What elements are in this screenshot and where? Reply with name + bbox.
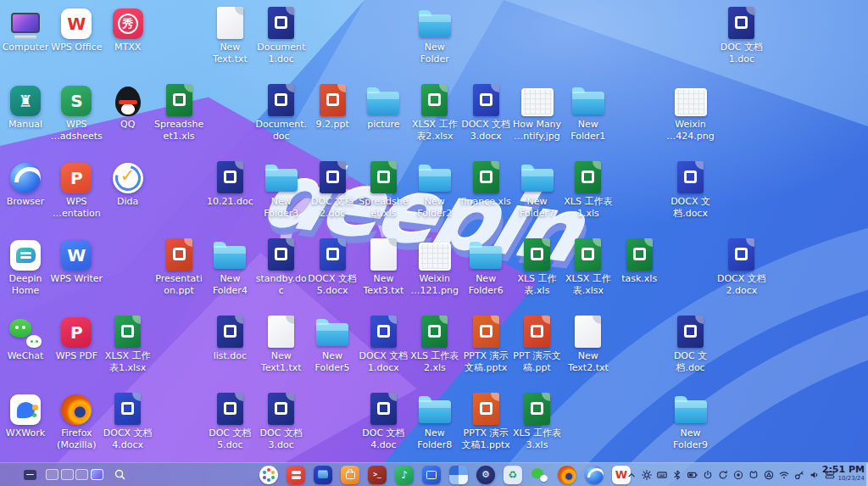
desktop-icon-new-folder4[interactable]: NewFolder4: [204, 237, 255, 297]
desktop-icon-weixin-121-png[interactable]: Weixin…121.png: [409, 237, 460, 297]
desktop-icon-new-folder7[interactable]: NewFolder7: [512, 159, 563, 220]
desktop-icon-doc-wendang-5-doc[interactable]: DOC 文档5.doc: [204, 391, 255, 451]
search-icon[interactable]: [114, 468, 126, 481]
desktop-icon-wps-spreadsheets[interactable]: S WPS…adsheets: [51, 82, 102, 142]
workspace-3[interactable]: [75, 469, 88, 480]
desktop-icon-wechat[interactable]: WeChat: [0, 314, 51, 362]
desktop-icon-10-21-doc[interactable]: 10.21.doc: [204, 159, 255, 208]
desktop-icon-wps-office[interactable]: W WPS Office: [51, 5, 102, 53]
volume-icon[interactable]: [809, 467, 821, 483]
workspace-4[interactable]: [91, 469, 103, 480]
dock-file-manager-icon[interactable]: [314, 466, 332, 484]
dock-terminal-icon[interactable]: >_: [368, 466, 387, 484]
desktop-icon-new-text1-txt[interactable]: NewText1.txt: [256, 314, 307, 374]
desktop-icon-standby-doc[interactable]: standby.doc: [256, 237, 307, 297]
desktop-icon-pptx-yanshiwengao-pptx[interactable]: PPTX 演示文稿.pptx: [460, 314, 511, 374]
desktop-icon-new-folder1[interactable]: NewFolder1: [563, 82, 614, 142]
update-icon[interactable]: [717, 467, 729, 483]
desktop-icon-new-folder2[interactable]: NewFolder2: [409, 159, 460, 220]
keyboard-icon[interactable]: [656, 467, 668, 483]
desktop-icon-new-text2-txt[interactable]: NewText2.txt: [563, 314, 614, 374]
dock-app-store-icon[interactable]: [341, 466, 359, 484]
desktop-icon-doc-wendang-doc[interactable]: DOC 文档.doc: [665, 314, 716, 374]
dock-calculator-icon[interactable]: [449, 466, 468, 484]
dock-control-center-icon[interactable]: ⚙: [476, 466, 495, 484]
desktop-icon-finance-xls[interactable]: finance.xls: [460, 159, 511, 208]
desktop-icon-weixin-424-png[interactable]: Weixin…424.png: [665, 82, 716, 142]
desktop-icon-wxwork[interactable]: WXWork: [0, 391, 51, 439]
dock-firefox-icon[interactable]: [558, 466, 576, 484]
desktop-icon-document-doc[interactable]: Document.doc: [256, 82, 307, 142]
expand-icon[interactable]: [626, 467, 637, 483]
desktop-icon-wps-presentation[interactable]: P WPS…entation: [51, 159, 102, 220]
desktop-icon-docx-wendang-1-docx[interactable]: DOCX 文档1.docx: [358, 314, 409, 374]
desktop-icon-docx-wendang-5-docx[interactable]: DOCX 文档5.docx: [307, 237, 358, 297]
desktop-icon-xlsx-gongzuobiao-1-xlsx[interactable]: XLSX 工作表1.xlsx: [103, 314, 153, 374]
desktop-icon-doc-wendang-2-doc[interactable]: DOC 文档2.doc: [307, 159, 358, 220]
desktop-icon-new-folder6[interactable]: NewFolder6: [460, 237, 511, 297]
firefox-icon: [61, 394, 92, 425]
desktop-icon-wps-pdf[interactable]: P WPS PDF: [51, 314, 102, 362]
dock-music-icon[interactable]: ♪: [395, 466, 414, 484]
desktop-icon-task-xls[interactable]: task.xls: [614, 237, 665, 285]
desktop-icon-qq[interactable]: QQ: [103, 82, 153, 131]
desktop-icon-new-folder8[interactable]: NewFolder8: [409, 391, 460, 451]
battery-icon[interactable]: [687, 467, 698, 483]
desktop-icon-how-many-jpg[interactable]: How Many…ntify.jpg: [512, 82, 563, 142]
desktop-icon-xls-gongzuobiao-1-xls[interactable]: XLS 工作表1.xls: [563, 159, 614, 220]
key-icon[interactable]: [793, 467, 805, 483]
desktop-icon-new-folder[interactable]: NewFolder: [409, 5, 460, 65]
desktop-icon-manual[interactable]: ♜ Manual: [0, 82, 51, 131]
screen-record-icon[interactable]: [732, 467, 744, 483]
desktop-icon-presentation-ppt[interactable]: Presentation.ppt: [153, 237, 204, 297]
clock[interactable]: 2:51 PM 10/23/24: [822, 465, 865, 482]
desktop-icon-document-1-doc[interactable]: Document1.doc: [256, 5, 307, 65]
dock-wechat-icon[interactable]: [531, 466, 549, 484]
desktop-icon-spreadsheet-xls[interactable]: Spreadsheet.xls: [358, 159, 409, 220]
desktop-icon-deepin-home[interactable]: DeepinHome: [0, 237, 51, 297]
workspace-2[interactable]: [61, 469, 74, 480]
power-icon[interactable]: [702, 467, 714, 483]
desktop-icon-docx-wendang-3-docx[interactable]: DOCX 文档3.docx: [460, 82, 511, 142]
workspace-1[interactable]: [46, 469, 58, 480]
desktop-icon-docx-wendang-docx[interactable]: DOCX 文档.docx: [665, 159, 716, 220]
dock-browser-icon[interactable]: [585, 466, 604, 484]
desktop-icon-dida[interactable]: Dida: [103, 159, 153, 208]
desktop-icon-new-folder3[interactable]: NewFolder3: [256, 159, 307, 220]
desktop-icon-picture[interactable]: picture: [358, 82, 409, 131]
dock-launcher-icon[interactable]: [259, 466, 278, 484]
desktop-icon-pptx-yanshiwengao-1-pptx[interactable]: PPTX 演示文稿1.pptx: [460, 391, 511, 451]
desktop-icon-doc-wendang-1-doc[interactable]: DOC 文档1.doc: [716, 5, 767, 65]
desktop-icon-doc-wendang-3-doc[interactable]: DOC 文档3.doc: [256, 391, 307, 451]
desktop-icon-list-doc[interactable]: list.doc: [204, 314, 255, 362]
desktop-icon-xlsx-gongzuobiao-2-xlsx[interactable]: XLSX 工作表2.xlsx: [409, 82, 460, 142]
desktop-icon-new-folder5[interactable]: NewFolder5: [307, 314, 358, 374]
desktop-icon-mtxx[interactable]: 秀 MTXX: [103, 5, 153, 53]
desktop-icon-doc-wendang-4-doc[interactable]: DOC 文档4.doc: [358, 391, 409, 451]
desktop-icon-new-folder9[interactable]: NewFolder9: [665, 391, 716, 451]
desktop-icon-firefox[interactable]: Firefox(Mozilla): [51, 391, 102, 451]
dock-movie-icon[interactable]: [422, 466, 441, 484]
dock-trash-icon[interactable]: ♻: [504, 466, 522, 484]
desktop-icon-docx-wendang-4-docx[interactable]: DOCX 文档4.docx: [103, 391, 153, 451]
bluetooth-icon[interactable]: [671, 467, 683, 483]
desktop-icon-xls-gongzuobiao-3-xls[interactable]: XLS 工作表3.xls: [512, 391, 563, 451]
desktop-icon-xlsx-gongzuobiao-xlsx[interactable]: XLSX 工作表.xlsx: [563, 237, 614, 297]
input-method-icon[interactable]: [748, 467, 760, 483]
desktop-icon-spreadsheet1-xls[interactable]: Spreadsheet1.xls: [153, 82, 204, 142]
brightness-icon[interactable]: [641, 467, 653, 483]
wifi-icon[interactable]: [778, 467, 790, 483]
desktop-icon-new-text-txt[interactable]: NewText.txt: [204, 5, 255, 65]
desktop-icon-xls-gongzuobiao-2-xls[interactable]: XLS 工作表2.xls: [409, 314, 460, 374]
desktop-icon-docx-wendang-2-docx[interactable]: DOCX 文档2.docx: [716, 237, 767, 297]
multitasking-view-button[interactable]: [24, 470, 36, 480]
desktop-icon-browser[interactable]: Browser: [0, 159, 51, 208]
desktop-icon-wps-writer[interactable]: W WPS Writer: [51, 237, 102, 285]
desktop-icon-ppt-yanshiwengao-ppt[interactable]: PPT 演示文稿.ppt: [512, 314, 563, 374]
desktop-icon-9-2-ppt[interactable]: 9.2.ppt: [307, 82, 358, 131]
desktop-icon-computer[interactable]: Computer: [0, 5, 51, 53]
desktop-icon-new-text3-txt[interactable]: NewText3.txt: [358, 237, 409, 297]
desktop-icon-xls-gongzuobiao-xls[interactable]: XLS 工作表.xls: [512, 237, 563, 297]
assistant-icon[interactable]: [763, 467, 775, 483]
dock-apps-icon[interactable]: [287, 466, 305, 484]
